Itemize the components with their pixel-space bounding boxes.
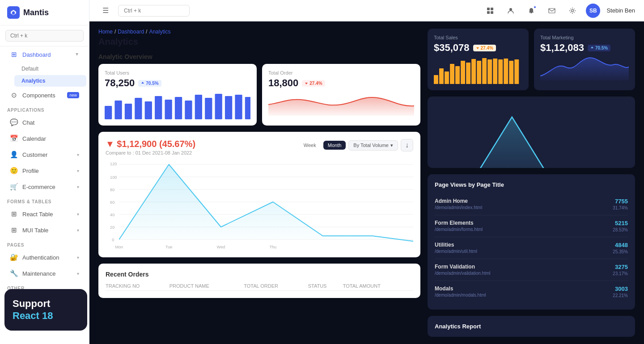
svg-rect-2 [487, 11, 490, 14]
order-area-chart [268, 89, 414, 116]
recent-orders-title: Recent Orders [106, 271, 413, 278]
maintenance-icon: 🔧 [10, 269, 18, 277]
analytics-report-title: Analytics Report [435, 323, 628, 330]
left-panel: Home / Dashboard / Analytics Analytics A… [98, 29, 420, 337]
chevron-down-icon-select: ▾ [390, 143, 393, 148]
pv-page-name: Form Elements [435, 220, 483, 226]
sidebar-item-ecommerce[interactable]: 🛒 E-commerce ▾ [3, 179, 86, 194]
svg-text:0: 0 [112, 238, 114, 242]
svg-text:Thu: Thu [270, 245, 277, 249]
pv-pct: 31.74% [613, 206, 628, 210]
chevron-down-icon-5: ▾ [77, 228, 79, 233]
pv-page-url: /demo/admin/modals.html [435, 293, 486, 298]
sidebar-item-authentication[interactable]: 🔐 Authentication ▾ [3, 250, 86, 265]
user-avatar[interactable]: SB [586, 4, 600, 18]
sidebar-item-calendar[interactable]: 📅 Calendar [3, 131, 86, 146]
week-tab-button[interactable]: Week [299, 141, 321, 150]
svg-rect-43 [450, 64, 454, 84]
support-react18-popup[interactable]: Support React 18 [4, 289, 87, 331]
analytic-overview-title: Analytic Overview [98, 53, 420, 60]
svg-rect-55 [514, 59, 519, 84]
page-views-list: Admin Home /demo/admin/index.html 7755 3… [435, 193, 628, 302]
pv-page-url: /demo/admin/util.html [435, 249, 477, 254]
section-label-applications: Applications [0, 103, 89, 114]
svg-text:Wed: Wed [217, 245, 225, 249]
income-overview-card: ▼ $1,12,900 (45.67%) Compare to : 01 Dec… [98, 132, 420, 257]
month-tab-button[interactable]: Month [323, 141, 346, 150]
menu-toggle-button[interactable]: ☰ [98, 4, 113, 18]
breadcrumb-dashboard[interactable]: Dashboard [118, 29, 144, 35]
pv-pct: 28.53% [613, 227, 628, 232]
sidebar-item-maintenance[interactable]: 🔧 Maintenance ▾ [3, 266, 86, 281]
pv-count: 3003 [613, 285, 628, 292]
breadcrumb-area: Home / Dashboard / Analytics Analytics [98, 29, 420, 47]
svg-rect-42 [445, 71, 449, 84]
col-total-order: TOTAL ORDER [244, 281, 308, 291]
mail-icon-button[interactable] [545, 4, 559, 18]
pv-page-url: /demo/admin/validation.html [435, 271, 491, 276]
pv-page-name: Utilities [435, 242, 477, 248]
dark-stat-card-marketing: Total Marketing $1,12,083 70.5% [534, 29, 635, 90]
support-popup-subtitle: React 18 [13, 310, 79, 322]
svg-point-6 [572, 9, 574, 12]
top-search-input[interactable] [118, 5, 190, 17]
stat-label-order: Total Order [268, 70, 414, 76]
user-name: Stebin Ben [606, 7, 635, 14]
calendar-icon: 📅 [10, 134, 18, 143]
volume-select-button[interactable]: By Total Volume ▾ [348, 140, 398, 151]
settings-icon-button[interactable] [565, 4, 580, 18]
sidebar-item-dashboard[interactable]: ⊞ Dashboard ▲ [3, 47, 86, 62]
page-views-card: Page Views by Page Title Admin Home /dem… [428, 174, 635, 310]
svg-rect-21 [245, 97, 250, 119]
notifications-button[interactable] [524, 4, 538, 18]
svg-rect-8 [114, 101, 122, 119]
pv-page-url: /demo/admin/index.html [435, 205, 482, 210]
sidebar-item-analytics[interactable]: Analytics [14, 75, 86, 87]
sidebar-item-mui-table[interactable]: ⊞ MUI Table ▾ [3, 222, 86, 238]
chevron-down-icon-2: ▾ [77, 168, 79, 173]
svg-rect-41 [439, 68, 444, 84]
orders-table: TRACKING NO PRODUCT NAME TOTAL ORDER STA… [106, 281, 413, 291]
svg-rect-53 [504, 59, 508, 84]
chat-icon: 💬 [10, 118, 18, 126]
dark-stat-value-marketing: $1,12,083 70.5% [540, 42, 629, 54]
svg-rect-52 [498, 59, 503, 84]
svg-rect-50 [487, 59, 492, 84]
sidebar-item-profile[interactable]: 🙂 Profile ▾ [3, 163, 86, 178]
customer-icon: 👤 [10, 151, 18, 159]
person-icon-button[interactable] [504, 4, 518, 18]
sidebar-search-input[interactable] [5, 30, 84, 42]
grid-icon-button[interactable] [483, 4, 497, 18]
svg-text:Tue: Tue [165, 245, 172, 249]
page-view-row: Form Elements /demo/admin/forms.html 521… [435, 215, 628, 237]
stat-value-users: 78,250 70.5% [105, 77, 250, 89]
top-header: ☰ [89, 0, 644, 21]
sidebar-item-components[interactable]: ⊙ Components new [3, 88, 86, 103]
page-view-row: Utilities /demo/admin/util.html 4848 25.… [435, 237, 628, 259]
chevron-down-icon-4: ▾ [77, 212, 79, 217]
svg-rect-10 [135, 98, 142, 119]
svg-text:Mon: Mon [115, 245, 123, 249]
support-popup-title: Support [13, 298, 79, 310]
svg-rect-54 [509, 61, 513, 84]
sidebar-search-area [0, 25, 89, 46]
analytic-overview-section: Analytic Overview Total Users 78,250 70.… [98, 53, 420, 126]
sidebar-item-react-table[interactable]: ⊞ React Table ▾ [3, 206, 86, 222]
sidebar-item-customer[interactable]: 👤 Customer ▾ [3, 147, 86, 162]
sidebar-item-default[interactable]: Default [14, 63, 86, 75]
chevron-down-icon-3: ▾ [77, 185, 79, 189]
page-view-row: Form Validation /demo/admin/validation.h… [435, 259, 628, 281]
components-icon: ⊙ [10, 91, 18, 99]
sidebar: Mantis ⊞ Dashboard ▲ Default Analytics ⊙… [0, 0, 89, 344]
sidebar-item-chat[interactable]: 💬 Chat [3, 115, 86, 130]
svg-rect-51 [493, 59, 497, 84]
download-button[interactable]: ↓ [401, 139, 413, 151]
svg-text:80: 80 [110, 188, 114, 192]
stat-card-total-users: Total Users 78,250 70.5% [98, 64, 257, 126]
section-label-forms-tables: Forms & Tables [0, 195, 89, 206]
svg-text:120: 120 [110, 162, 117, 166]
dark-stat-cards-row: Total Sales $35,078 27.4% [428, 29, 635, 90]
pv-count: 4848 [613, 242, 628, 248]
breadcrumb-home[interactable]: Home [98, 29, 113, 35]
pv-pct: 22.21% [613, 293, 628, 298]
